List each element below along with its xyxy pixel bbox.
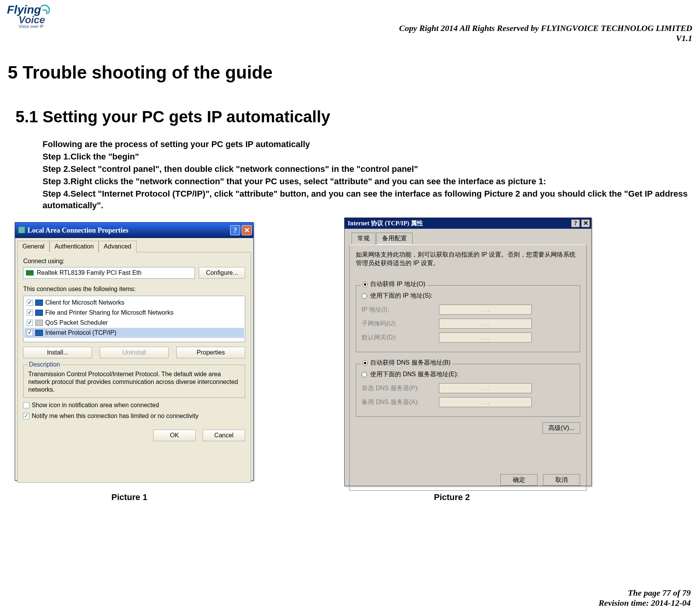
network-icon: [18, 226, 25, 233]
tab-advanced[interactable]: Advanced: [99, 241, 136, 252]
step-4: Step 4.Select "Internet Protocol (TCP/IP…: [43, 188, 700, 211]
ip-address-label: IP 地址(I):: [362, 306, 439, 314]
description-text: Transmission Control Protocol/Internet P…: [28, 370, 240, 394]
tcpip-properties-window: Internet 协议 (TCP/IP) 属性 ? ✕ 常规 备用配置 如果网络…: [344, 218, 592, 486]
list-item-label: Client for Microsoft Networks: [45, 299, 244, 306]
win2-tabstrip: 常规 备用配置: [352, 233, 591, 245]
close-button[interactable]: ✕: [581, 219, 590, 227]
page-footer: The page 77 of 79 Revision time: 2014-12…: [599, 588, 691, 608]
alt-dns-label: 备用 DNS 服务器(A):: [362, 398, 439, 406]
ok-button[interactable]: OK: [153, 430, 196, 441]
step-2: Step 2.Select "control panel", then doub…: [43, 163, 700, 175]
tab-general-cn[interactable]: 常规: [352, 233, 376, 245]
ok-button-cn[interactable]: 确定: [500, 474, 538, 486]
flyingvoice-logo: Flying Voice Voice over IP: [7, 3, 53, 30]
win1-titlebar[interactable]: Local Area Connection Properties ? ✕: [15, 223, 253, 238]
manual-ip-label: 使用下面的 IP 地址(S):: [370, 292, 433, 300]
copyright-line: Copy Right 2014 All Rights Reserved by F…: [399, 23, 692, 33]
list-item-tcpip[interactable]: Internet Protocol (TCP/IP): [24, 328, 244, 338]
radio-icon[interactable]: [362, 293, 367, 299]
radio-icon[interactable]: [362, 282, 368, 287]
picture1-caption: Picture 1: [111, 492, 147, 502]
picture2-caption: Picture 2: [434, 492, 470, 502]
win2-titlebar[interactable]: Internet 协议 (TCP/IP) 属性 ? ✕: [345, 218, 591, 229]
gateway-label: 默认网关(D):: [362, 334, 439, 342]
list-item-label: File and Printer Sharing for Microsoft N…: [45, 309, 244, 316]
checkbox-icon[interactable]: [27, 300, 33, 306]
version-line: V1.1: [399, 33, 692, 43]
tab-general[interactable]: General: [17, 241, 50, 252]
show-icon-label: Show icon in notification area when conn…: [32, 402, 159, 409]
subnet-field: . . .: [439, 319, 532, 329]
info-text: 如果网络支持此功能，则可以获取自动指派的 IP 设置。否则，您需要从网络系统管理…: [356, 250, 580, 267]
cancel-button[interactable]: Cancel: [203, 430, 245, 441]
checkbox-icon[interactable]: [27, 320, 33, 326]
win1-tabstrip: General Authentication Advanced: [17, 240, 253, 252]
alt-dns-field: . . .: [439, 397, 532, 407]
notify-row[interactable]: Notify me when this connection has limit…: [23, 413, 245, 420]
auto-dns-radio-row[interactable]: 自动获得 DNS 服务器地址(B): [361, 359, 452, 367]
page-number: The page 77 of 79: [599, 588, 691, 598]
steps-block: Following are the process of setting you…: [43, 139, 700, 212]
adapter-field[interactable]: Realtek RTL8139 Family PCI Fast Eth: [23, 267, 195, 279]
show-icon-row[interactable]: Show icon in notification area when conn…: [23, 402, 245, 409]
wave-icon: [40, 2, 54, 16]
auto-ip-radio-row[interactable]: 自动获得 IP 地址(O): [361, 280, 427, 288]
items-label: This connection uses the following items…: [23, 286, 245, 293]
ip-group: 自动获得 IP 地址(O) 使用下面的 IP 地址(S): IP 地址(I): …: [356, 285, 580, 352]
list-item[interactable]: QoS Packet Scheduler: [24, 318, 244, 328]
qos-icon: [35, 320, 43, 326]
tab-authentication[interactable]: Authentication: [50, 241, 99, 252]
gateway-field: . . .: [439, 332, 532, 343]
step-1: Step 1.Click the "begin": [43, 151, 700, 163]
cancel-button-cn[interactable]: 取消: [543, 474, 580, 486]
list-item-label: Internet Protocol (TCP/IP): [45, 329, 244, 336]
radio-icon[interactable]: [362, 360, 368, 366]
description-legend: Description: [27, 361, 61, 368]
logo-sub: Voice over IP: [19, 24, 44, 29]
notify-label: Notify me when this connection has limit…: [32, 413, 198, 420]
adapter-icon: [26, 270, 34, 276]
checkbox-icon[interactable]: [27, 330, 33, 336]
win1-panel: Connect using: Realtek RTL8139 Family PC…: [17, 252, 251, 483]
properties-button[interactable]: Properties: [176, 347, 245, 358]
header-right: Copy Right 2014 All Rights Reserved by F…: [399, 23, 692, 43]
adapter-name: Realtek RTL8139 Family PCI Fast Eth: [37, 269, 142, 276]
install-button[interactable]: Install...: [23, 347, 92, 358]
auto-ip-label: 自动获得 IP 地址(O): [370, 280, 425, 288]
checkbox-icon[interactable]: [23, 402, 29, 408]
list-item[interactable]: File and Printer Sharing for Microsoft N…: [24, 308, 244, 318]
manual-dns-label: 使用下面的 DNS 服务器地址(E):: [370, 370, 458, 379]
radio-icon[interactable]: [362, 372, 367, 377]
list-item-label: QoS Packet Scheduler: [45, 319, 244, 326]
primary-dns-field: . . .: [439, 383, 532, 393]
subnet-row: 子网掩码(U): . . .: [362, 319, 574, 329]
primary-dns-label: 首选 DNS 服务器(P):: [362, 384, 439, 392]
manual-ip-radio-row[interactable]: 使用下面的 IP 地址(S):: [362, 292, 574, 300]
connection-items-list[interactable]: Client for Microsoft Networks File and P…: [23, 296, 245, 342]
primary-dns-row: 首选 DNS 服务器(P): . . .: [362, 383, 574, 393]
gateway-row: 默认网关(D): . . .: [362, 332, 574, 343]
ip-address-row: IP 地址(I): . . .: [362, 305, 574, 315]
alt-dns-row: 备用 DNS 服务器(A): . . .: [362, 397, 574, 407]
ip-address-field: . . .: [439, 305, 532, 315]
win2-title-text: Internet 协议 (TCP/IP) 属性: [348, 218, 423, 229]
fileprint-icon: [35, 310, 43, 316]
win1-title-text: Local Area Connection Properties: [27, 223, 128, 238]
checkbox-icon[interactable]: [27, 310, 33, 316]
configure-button[interactable]: Configure...: [199, 267, 245, 279]
auto-dns-label: 自动获得 DNS 服务器地址(B): [370, 359, 451, 367]
checkbox-icon[interactable]: [23, 413, 29, 419]
uninstall-button: Uninstall: [100, 347, 169, 358]
client-icon: [35, 300, 43, 306]
description-group: Description Transmission Control Protoco…: [23, 365, 245, 398]
manual-dns-radio-row[interactable]: 使用下面的 DNS 服务器地址(E):: [362, 370, 574, 379]
list-item[interactable]: Client for Microsoft Networks: [24, 298, 244, 308]
win2-panel: 如果网络支持此功能，则可以获取自动指派的 IP 设置。否则，您需要从网络系统管理…: [349, 245, 587, 491]
local-area-connection-properties-window: Local Area Connection Properties ? ✕ Gen…: [15, 222, 254, 481]
tab-alternative-cn[interactable]: 备用配置: [376, 233, 413, 245]
advanced-button[interactable]: 高级(V)...: [543, 422, 580, 434]
help-button[interactable]: ?: [571, 219, 580, 227]
close-button[interactable]: ✕: [242, 225, 252, 235]
help-button[interactable]: ?: [230, 225, 240, 235]
